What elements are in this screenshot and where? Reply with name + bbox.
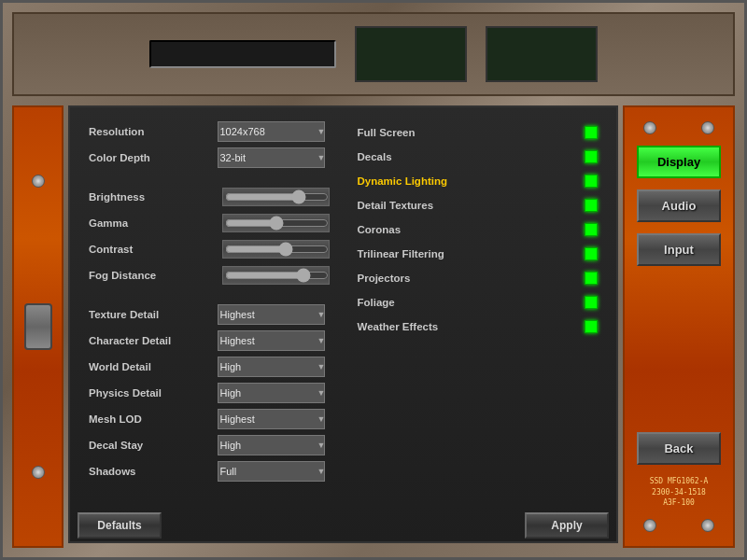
coronas-row: Coronas <box>358 220 599 239</box>
texture-detail-label: Texture Detail <box>89 309 182 320</box>
spacer1 <box>89 174 330 181</box>
fog-distance-slider[interactable] <box>222 266 330 285</box>
mesh-lod-row: Mesh LOD HighestHighMediumLow <box>89 409 330 429</box>
weather-effects-label: Weather Effects <box>358 321 451 332</box>
contrast-input[interactable] <box>225 241 329 258</box>
physics-detail-row: Physics Detail HighHighestMediumLow <box>89 383 330 403</box>
defaults-button[interactable]: Defaults <box>78 512 162 539</box>
color-depth-select[interactable]: 32-bit 16-bit <box>218 147 325 168</box>
shadows-select[interactable]: FullHighMediumLowOff <box>218 461 325 482</box>
shadows-label: Shadows <box>89 466 182 477</box>
gamma-label: Gamma <box>89 217 182 229</box>
serial-label: SSD MFG1062-A2300-34-1518A3F-100 <box>650 476 709 508</box>
brightness-slider[interactable] <box>222 188 330 206</box>
left-col: Resolution 1024x768 747x560 1280x1024 Co… <box>89 121 330 482</box>
coronas-label: Coronas <box>358 224 451 235</box>
mesh-lod-label: Mesh LOD <box>89 413 182 425</box>
trilinear-label: Trilinear Filtering <box>358 248 451 259</box>
resolution-select[interactable]: 1024x768 747x560 1280x1024 <box>218 121 325 142</box>
contrast-slider[interactable] <box>222 240 330 259</box>
character-detail-wrapper: HighestHighMediumLow <box>218 330 330 351</box>
color-depth-label: Color Depth <box>89 152 182 163</box>
detail-textures-label: Detail Textures <box>358 200 451 211</box>
color-depth-select-wrapper: 32-bit 16-bit <box>218 147 330 168</box>
top-slot <box>149 40 336 68</box>
mesh-lod-wrapper: HighestHighMediumLow <box>218 409 330 429</box>
physics-detail-label: Physics Detail <box>89 387 182 399</box>
decals-toggle[interactable] <box>585 150 598 163</box>
screw-tl <box>32 175 45 188</box>
resolution-label: Resolution <box>89 126 182 137</box>
screw-row-top <box>643 121 715 134</box>
screw-rb2 <box>701 519 714 532</box>
mesh-lod-select[interactable]: HighestHighMediumLow <box>218 409 325 429</box>
brightness-label: Brightness <box>89 191 182 203</box>
character-detail-select[interactable]: HighestHighMediumLow <box>218 330 325 351</box>
screw-rt <box>643 121 656 134</box>
texture-detail-select[interactable]: HighestHighMediumLow <box>218 304 325 325</box>
resolution-select-wrapper: 1024x768 747x560 1280x1024 <box>218 121 330 142</box>
weather-effects-row: Weather Effects <box>358 317 599 336</box>
physics-detail-wrapper: HighHighestMediumLow <box>218 383 330 403</box>
world-detail-row: World Detail HighHighestMediumLow <box>89 357 330 377</box>
gamma-slider[interactable] <box>222 214 330 232</box>
nav-back-button[interactable]: Back <box>637 432 721 465</box>
foliage-row: Foliage <box>358 293 599 312</box>
decals-label: Decals <box>358 151 451 162</box>
foliage-label: Foliage <box>358 297 451 308</box>
left-knob <box>24 303 52 350</box>
top-screen-2 <box>486 26 598 82</box>
screw-rb <box>643 519 656 532</box>
projectors-toggle[interactable] <box>585 272 598 285</box>
fog-distance-row: Fog Distance <box>89 265 330 286</box>
character-detail-label: Character Detail <box>89 335 182 346</box>
spacer2 <box>89 291 330 299</box>
world-detail-select[interactable]: HighHighestMediumLow <box>218 357 325 377</box>
nav-input-button[interactable]: Input <box>637 233 721 266</box>
weather-effects-toggle[interactable] <box>585 320 598 333</box>
screw-rt2 <box>701 121 714 134</box>
color-depth-row: Color Depth 32-bit 16-bit <box>89 147 330 168</box>
fog-input[interactable] <box>225 267 329 284</box>
bottom-bar: Defaults Apply <box>68 512 618 539</box>
detail-textures-toggle[interactable] <box>585 199 598 212</box>
settings-grid: Resolution 1024x768 747x560 1280x1024 Co… <box>89 121 598 481</box>
dynamic-lighting-label: Dynamic Lighting <box>358 175 451 187</box>
contrast-label: Contrast <box>89 244 182 255</box>
right-panel: Display Audio Input Back SSD MFG1062-A23… <box>623 105 735 548</box>
decals-row: Decals <box>358 147 599 166</box>
decal-stay-wrapper: HighHighestMediumLow <box>218 435 330 455</box>
brightness-input[interactable] <box>225 189 329 205</box>
brightness-row: Brightness <box>89 187 330 207</box>
world-detail-label: World Detail <box>89 361 182 372</box>
character-detail-row: Character Detail HighestHighMediumLow <box>89 330 330 351</box>
dynamic-lighting-toggle[interactable] <box>585 175 598 188</box>
nav-audio-button[interactable]: Audio <box>637 189 721 222</box>
physics-detail-select[interactable]: HighHighestMediumLow <box>218 383 325 403</box>
left-panel <box>12 105 63 548</box>
fog-distance-label: Fog Distance <box>89 270 182 281</box>
detail-textures-row: Detail Textures <box>358 196 599 215</box>
top-screen <box>355 26 467 82</box>
projectors-row: Projectors <box>358 269 599 287</box>
right-col: Full Screen Decals Dynamic Lighting Deta… <box>358 121 599 482</box>
gamma-row: Gamma <box>89 213 330 233</box>
coronas-toggle[interactable] <box>585 223 598 236</box>
gamma-input[interactable] <box>225 215 329 231</box>
main-content: Resolution 1024x768 747x560 1280x1024 Co… <box>68 105 618 543</box>
apply-button[interactable]: Apply <box>525 512 609 539</box>
screw-bl <box>32 466 45 479</box>
fullscreen-label: Full Screen <box>358 127 451 138</box>
fullscreen-row: Full Screen <box>358 123 599 142</box>
decal-stay-row: Decal Stay HighHighestMediumLow <box>89 435 330 455</box>
foliage-toggle[interactable] <box>585 296 598 309</box>
decal-stay-select[interactable]: HighHighestMediumLow <box>218 435 325 455</box>
nav-display-button[interactable]: Display <box>637 146 721 178</box>
texture-detail-wrapper: HighestHighMediumLow <box>218 304 330 325</box>
top-bar <box>12 12 735 96</box>
fullscreen-toggle[interactable] <box>585 126 598 139</box>
dynamic-lighting-row: Dynamic Lighting <box>358 172 599 190</box>
trilinear-toggle[interactable] <box>585 247 598 260</box>
shadows-wrapper: FullHighMediumLowOff <box>218 461 330 482</box>
outer-frame: Display Audio Input Back SSD MFG1062-A23… <box>0 0 747 560</box>
